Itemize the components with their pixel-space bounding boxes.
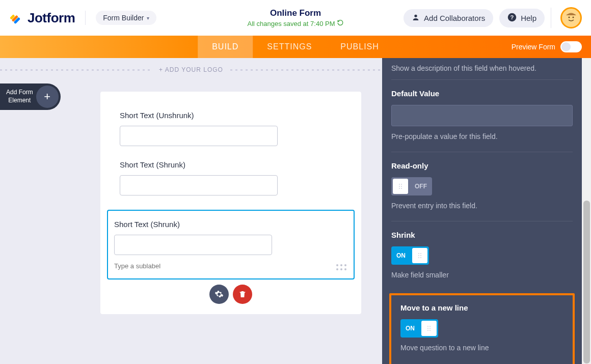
form-field[interactable]: Short Text (Unshrunk)	[120, 111, 342, 146]
default-value-section: Default Value Pre-populate a value for t…	[391, 80, 573, 152]
preview-label: Preview Form	[512, 43, 555, 51]
form-field[interactable]: Short Text (Shrunk)	[120, 160, 342, 195]
field-settings-button[interactable]	[209, 285, 229, 304]
app-header: Jotform Form Builder ▾ Online Form All c…	[0, 0, 591, 36]
main-tabs: BUILD SETTINGS PUBLISH	[198, 36, 393, 58]
tab-publish[interactable]: PUBLISH	[326, 36, 393, 58]
sublabel-input[interactable]	[114, 262, 248, 270]
add-collaborators-button[interactable]: Add Collaborators	[404, 9, 493, 27]
svg-text:?: ?	[511, 14, 514, 20]
svg-point-8	[573, 17, 574, 18]
form-stage: + ADD YOUR LOGO Add FormElement + Short …	[0, 58, 382, 364]
form-canvas: Short Text (Unshrunk) Short Text (Shrunk…	[100, 92, 361, 314]
text-input[interactable]	[120, 126, 278, 146]
tab-settings[interactable]: SETTINGS	[253, 36, 326, 58]
tab-bar: BUILD SETTINGS PUBLISH Preview Form	[0, 36, 591, 58]
section-help: Move question to a new line	[400, 344, 563, 352]
builder-selector[interactable]: Form Builder ▾	[96, 11, 156, 25]
save-status: All changes saved at 7:40 PM	[248, 19, 344, 27]
field-label: Short Text (Unshrunk)	[120, 111, 342, 120]
form-title[interactable]: Online Form	[248, 8, 344, 18]
builder-label: Form Builder	[103, 14, 144, 22]
svg-point-3	[414, 14, 417, 17]
section-help: Prevent entry into this field.	[391, 202, 573, 210]
readonly-section: Read-only OFF Prevent entry into this fi…	[391, 152, 573, 221]
pencil-icon	[9, 10, 24, 25]
properties-panel: Show a description of this field when ho…	[382, 58, 582, 364]
add-form-element-button[interactable]: Add FormElement +	[0, 83, 61, 110]
toggle-knob-icon	[412, 248, 427, 263]
brand-name: Jotform	[28, 10, 75, 26]
section-title: Shrink	[391, 231, 573, 239]
form-field-selected[interactable]: Short Text (Shrunk)	[107, 210, 355, 279]
scrollbar-thumb[interactable]	[583, 201, 590, 363]
divider	[551, 8, 551, 28]
field-actions	[107, 285, 355, 304]
scrollbar-track[interactable]	[582, 58, 591, 364]
text-input[interactable]	[120, 175, 278, 195]
dashed-line	[230, 69, 382, 71]
default-value-input[interactable]	[391, 105, 573, 126]
toggle-knob-icon	[393, 179, 408, 194]
header-right: Add Collaborators ? Help	[404, 7, 582, 29]
add-logo-row[interactable]: + ADD YOUR LOGO	[0, 58, 382, 81]
toggle-state-label: ON	[391, 252, 411, 259]
help-button[interactable]: ? Help	[499, 9, 545, 27]
move-new-line-section: Move to a new line ON Move question to a…	[389, 293, 575, 364]
brand-logo[interactable]: Jotform	[9, 10, 75, 26]
add-logo-label: + ADD YOUR LOGO	[152, 66, 230, 73]
shrink-toggle[interactable]: ON	[391, 246, 429, 265]
header-center: Online Form All changes saved at 7:40 PM	[248, 8, 344, 27]
field-label: Short Text (Shrunk)	[120, 160, 342, 169]
chevron-down-icon: ▾	[147, 15, 149, 21]
help-icon: ?	[507, 13, 517, 23]
readonly-toggle[interactable]: OFF	[391, 177, 432, 195]
section-title: Default Value	[391, 89, 573, 98]
drag-handle-icon[interactable]	[336, 264, 346, 270]
dashed-line	[0, 69, 152, 71]
toggle-knob-icon	[421, 321, 437, 336]
toggle-state-label: OFF	[410, 183, 432, 190]
shrink-section: Shrink ON Make field smaller	[391, 221, 573, 290]
svg-point-6	[564, 11, 578, 25]
divider	[85, 11, 86, 25]
svg-point-7	[569, 17, 570, 18]
section-title: Read-only	[391, 161, 573, 170]
move-new-line-toggle[interactable]: ON	[400, 319, 438, 338]
preview-toggle[interactable]	[560, 41, 582, 52]
hover-description-help: Show a description of this field when ho…	[391, 58, 573, 80]
add-element-label: Add FormElement	[0, 89, 36, 104]
section-help: Pre-populate a value for this field.	[391, 132, 573, 141]
plus-icon: +	[36, 86, 59, 108]
field-label: Short Text (Shrunk)	[114, 220, 336, 229]
text-input[interactable]	[114, 235, 272, 255]
section-title: Move to a new line	[400, 303, 563, 312]
preview-form-control: Preview Form	[512, 41, 591, 52]
tab-build[interactable]: BUILD	[198, 36, 253, 58]
person-icon	[412, 13, 420, 23]
field-delete-button[interactable]	[233, 285, 252, 304]
user-avatar[interactable]	[560, 7, 582, 29]
section-help: Make field smaller	[391, 271, 573, 279]
toggle-state-label: ON	[400, 325, 420, 332]
revert-icon[interactable]	[337, 19, 344, 27]
